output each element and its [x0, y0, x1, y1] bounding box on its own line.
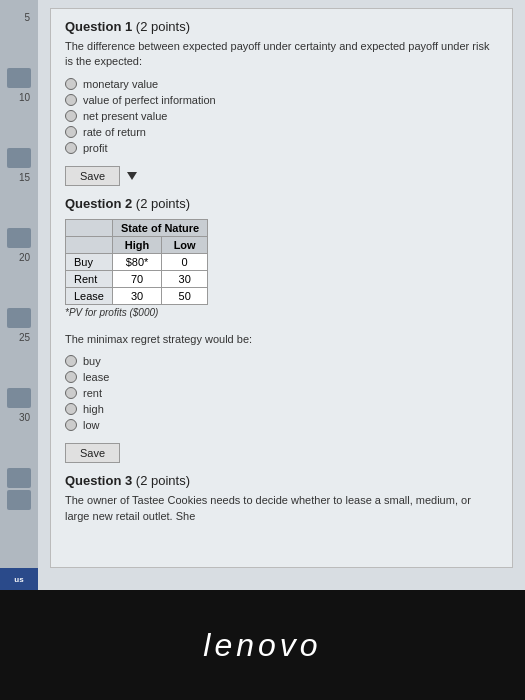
table-cell-rent-label: Rent [66, 270, 113, 287]
radio-buy[interactable] [65, 355, 77, 367]
radio-npv[interactable] [65, 110, 77, 122]
table-high-header: High [112, 236, 161, 253]
q2-title-text: Question 2 [65, 196, 132, 211]
question1-text: The difference between expected payoff u… [65, 39, 498, 70]
sidebar-icon-4[interactable] [7, 308, 31, 328]
q1-save-button[interactable]: Save [65, 166, 120, 186]
q2-save-button[interactable]: Save [65, 443, 120, 463]
radio-ror[interactable] [65, 126, 77, 138]
q1-points: (2 points) [136, 19, 190, 34]
table-empty-header [66, 219, 113, 236]
q2-strategy-text: The minimax regret strategy would be: [65, 332, 498, 347]
q2-points: (2 points) [136, 196, 190, 211]
table-cell-buy-low: 0 [162, 253, 208, 270]
table-cell-lease-high: 30 [112, 287, 161, 304]
table-row-buy: Buy $80* 0 [66, 253, 208, 270]
sidebar-row-30: 30 [0, 410, 38, 450]
option-monetary[interactable]: monetary value [65, 78, 498, 90]
main-content: Question 1 (2 points) The difference bet… [38, 0, 525, 590]
question2-title: Question 2 (2 points) [65, 196, 498, 211]
sidebar-num-15: 15 [4, 170, 34, 210]
table-row-rent: Rent 70 30 [66, 270, 208, 287]
option-buy-label: buy [83, 355, 101, 367]
option-lease[interactable]: lease [65, 371, 498, 383]
table-cell-buy-high: $80* [112, 253, 161, 270]
radio-monetary[interactable] [65, 78, 77, 90]
sidebar-num-10: 10 [4, 90, 34, 130]
left-sidebar: 5 10 15 20 25 30 [0, 0, 38, 590]
table-row-lease: Lease 30 50 [66, 287, 208, 304]
state-of-nature-table-container: State of Nature High Low Buy $80* [65, 219, 498, 318]
q1-title-text: Question 1 [65, 19, 132, 34]
table-cell-rent-low: 30 [162, 270, 208, 287]
sidebar-num-30: 30 [4, 410, 34, 450]
table-row-label-header [66, 236, 113, 253]
option-monetary-label: monetary value [83, 78, 158, 90]
question1-section: Question 1 (2 points) The difference bet… [65, 19, 498, 196]
option-low[interactable]: low [65, 419, 498, 431]
radio-low[interactable] [65, 419, 77, 431]
sidebar-icon-7[interactable] [7, 490, 31, 510]
option-rent[interactable]: rent [65, 387, 498, 399]
question2-section: Question 2 (2 points) State of Nature [65, 196, 498, 473]
sidebar-icon-1[interactable] [7, 68, 31, 88]
sidebar-icon-5[interactable] [7, 388, 31, 408]
table-cell-lease-label: Lease [66, 287, 113, 304]
radio-rent[interactable] [65, 387, 77, 399]
question3-title: Question 3 (2 points) [65, 473, 498, 488]
option-high[interactable]: high [65, 403, 498, 415]
option-low-label: low [83, 419, 100, 431]
radio-perfect-info[interactable] [65, 94, 77, 106]
option-npv-label: net present value [83, 110, 167, 122]
radio-high[interactable] [65, 403, 77, 415]
option-lease-label: lease [83, 371, 109, 383]
sidebar-icon-2[interactable] [7, 148, 31, 168]
question3-text: The owner of Tastee Cookies needs to dec… [65, 493, 498, 524]
sidebar-row-5: 5 [0, 10, 38, 50]
option-ror[interactable]: rate of return [65, 126, 498, 138]
option-high-label: high [83, 403, 104, 415]
lenovo-logo: lenovo [203, 627, 321, 664]
sidebar-num-25: 25 [4, 330, 34, 370]
sidebar-row-15: 15 [0, 170, 38, 210]
sidebar-row-10: 10 [0, 90, 38, 130]
table-note: *PV for profits ($000) [65, 307, 498, 318]
content-inner: Question 1 (2 points) The difference bet… [50, 8, 513, 568]
option-perfect-info[interactable]: value of perfect information [65, 94, 498, 106]
table-cell-buy-label: Buy [66, 253, 113, 270]
option-perfect-info-label: value of perfect information [83, 94, 216, 106]
table-state-nature-header: State of Nature [112, 219, 207, 236]
option-ror-label: rate of return [83, 126, 146, 138]
q3-title-text: Question 3 [65, 473, 132, 488]
sidebar-icon-6[interactable] [7, 468, 31, 488]
option-rent-label: rent [83, 387, 102, 399]
table-cell-rent-high: 70 [112, 270, 161, 287]
option-profit-label: profit [83, 142, 107, 154]
option-npv[interactable]: net present value [65, 110, 498, 122]
radio-lease[interactable] [65, 371, 77, 383]
payoff-table: State of Nature High Low Buy $80* [65, 219, 208, 305]
question1-title: Question 1 (2 points) [65, 19, 498, 34]
sidebar-active-tab: us [0, 568, 38, 590]
sidebar-num-20: 20 [4, 250, 34, 290]
radio-profit[interactable] [65, 142, 77, 154]
sidebar-row-20: 20 [0, 250, 38, 290]
sidebar-active-label: us [14, 575, 23, 584]
sidebar-icon-3[interactable] [7, 228, 31, 248]
option-profit[interactable]: profit [65, 142, 498, 154]
q3-points: (2 points) [136, 473, 190, 488]
question3-section: Question 3 (2 points) The owner of Taste… [65, 473, 498, 524]
option-buy[interactable]: buy [65, 355, 498, 367]
table-cell-lease-low: 50 [162, 287, 208, 304]
lenovo-bar: lenovo [0, 590, 525, 700]
cursor-icon [127, 172, 137, 180]
sidebar-row-25: 25 [0, 330, 38, 370]
table-low-header: Low [162, 236, 208, 253]
sidebar-num-5: 5 [4, 10, 34, 50]
